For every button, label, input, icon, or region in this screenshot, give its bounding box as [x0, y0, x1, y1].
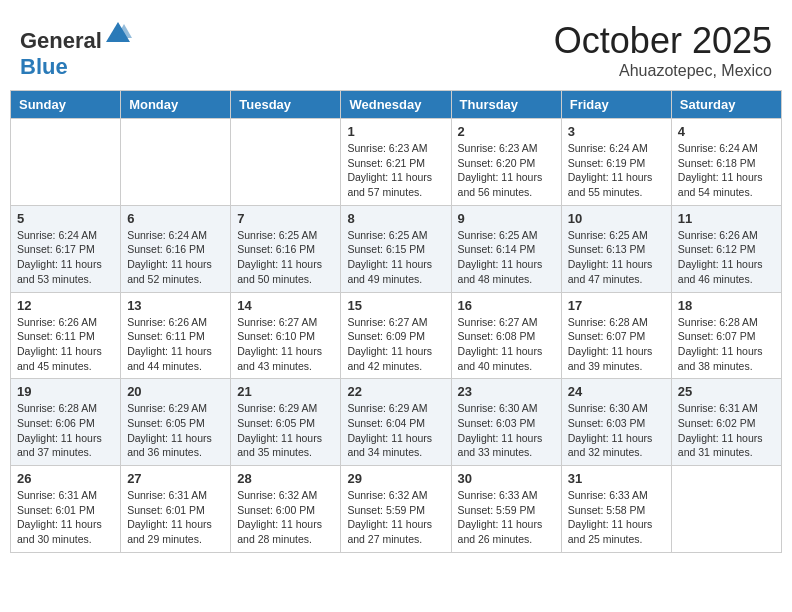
calendar-cell: 14Sunrise: 6:27 AM Sunset: 6:10 PM Dayli… — [231, 292, 341, 379]
day-info: Sunrise: 6:31 AM Sunset: 6:02 PM Dayligh… — [678, 401, 775, 460]
day-number: 8 — [347, 211, 444, 226]
calendar-cell: 7Sunrise: 6:25 AM Sunset: 6:16 PM Daylig… — [231, 205, 341, 292]
calendar-cell: 25Sunrise: 6:31 AM Sunset: 6:02 PM Dayli… — [671, 379, 781, 466]
calendar-cell: 3Sunrise: 6:24 AM Sunset: 6:19 PM Daylig… — [561, 119, 671, 206]
day-info: Sunrise: 6:24 AM Sunset: 6:17 PM Dayligh… — [17, 228, 114, 287]
calendar-cell: 6Sunrise: 6:24 AM Sunset: 6:16 PM Daylig… — [121, 205, 231, 292]
day-number: 11 — [678, 211, 775, 226]
day-number: 25 — [678, 384, 775, 399]
location: Ahuazotepec, Mexico — [554, 62, 772, 80]
day-number: 17 — [568, 298, 665, 313]
day-info: Sunrise: 6:29 AM Sunset: 6:04 PM Dayligh… — [347, 401, 444, 460]
day-number: 1 — [347, 124, 444, 139]
calendar-week-row: 19Sunrise: 6:28 AM Sunset: 6:06 PM Dayli… — [11, 379, 782, 466]
calendar-cell: 11Sunrise: 6:26 AM Sunset: 6:12 PM Dayli… — [671, 205, 781, 292]
day-number: 15 — [347, 298, 444, 313]
day-info: Sunrise: 6:31 AM Sunset: 6:01 PM Dayligh… — [127, 488, 224, 547]
day-number: 9 — [458, 211, 555, 226]
day-number: 10 — [568, 211, 665, 226]
calendar-cell: 8Sunrise: 6:25 AM Sunset: 6:15 PM Daylig… — [341, 205, 451, 292]
day-info: Sunrise: 6:32 AM Sunset: 5:59 PM Dayligh… — [347, 488, 444, 547]
weekday-header: Wednesday — [341, 91, 451, 119]
calendar-cell: 1Sunrise: 6:23 AM Sunset: 6:21 PM Daylig… — [341, 119, 451, 206]
day-number: 19 — [17, 384, 114, 399]
day-info: Sunrise: 6:24 AM Sunset: 6:18 PM Dayligh… — [678, 141, 775, 200]
weekday-header: Thursday — [451, 91, 561, 119]
weekday-header-row: SundayMondayTuesdayWednesdayThursdayFrid… — [11, 91, 782, 119]
day-info: Sunrise: 6:25 AM Sunset: 6:14 PM Dayligh… — [458, 228, 555, 287]
day-number: 5 — [17, 211, 114, 226]
day-number: 2 — [458, 124, 555, 139]
calendar-cell: 27Sunrise: 6:31 AM Sunset: 6:01 PM Dayli… — [121, 466, 231, 553]
title-block: October 2025 Ahuazotepec, Mexico — [554, 20, 772, 80]
day-info: Sunrise: 6:30 AM Sunset: 6:03 PM Dayligh… — [568, 401, 665, 460]
day-info: Sunrise: 6:32 AM Sunset: 6:00 PM Dayligh… — [237, 488, 334, 547]
day-number: 4 — [678, 124, 775, 139]
logo: General Blue — [20, 20, 132, 80]
calendar-cell: 24Sunrise: 6:30 AM Sunset: 6:03 PM Dayli… — [561, 379, 671, 466]
day-number: 22 — [347, 384, 444, 399]
day-info: Sunrise: 6:31 AM Sunset: 6:01 PM Dayligh… — [17, 488, 114, 547]
day-info: Sunrise: 6:27 AM Sunset: 6:09 PM Dayligh… — [347, 315, 444, 374]
calendar-cell: 21Sunrise: 6:29 AM Sunset: 6:05 PM Dayli… — [231, 379, 341, 466]
calendar-cell: 19Sunrise: 6:28 AM Sunset: 6:06 PM Dayli… — [11, 379, 121, 466]
day-number: 7 — [237, 211, 334, 226]
day-info: Sunrise: 6:27 AM Sunset: 6:08 PM Dayligh… — [458, 315, 555, 374]
calendar-week-row: 26Sunrise: 6:31 AM Sunset: 6:01 PM Dayli… — [11, 466, 782, 553]
calendar-cell: 2Sunrise: 6:23 AM Sunset: 6:20 PM Daylig… — [451, 119, 561, 206]
calendar-cell: 16Sunrise: 6:27 AM Sunset: 6:08 PM Dayli… — [451, 292, 561, 379]
day-info: Sunrise: 6:26 AM Sunset: 6:11 PM Dayligh… — [17, 315, 114, 374]
day-number: 20 — [127, 384, 224, 399]
calendar-cell — [671, 466, 781, 553]
logo-icon — [104, 20, 132, 48]
weekday-header: Monday — [121, 91, 231, 119]
day-info: Sunrise: 6:26 AM Sunset: 6:12 PM Dayligh… — [678, 228, 775, 287]
page-header: General Blue October 2025 Ahuazotepec, M… — [10, 10, 782, 85]
day-number: 6 — [127, 211, 224, 226]
calendar-cell: 15Sunrise: 6:27 AM Sunset: 6:09 PM Dayli… — [341, 292, 451, 379]
calendar-cell: 30Sunrise: 6:33 AM Sunset: 5:59 PM Dayli… — [451, 466, 561, 553]
calendar-cell: 12Sunrise: 6:26 AM Sunset: 6:11 PM Dayli… — [11, 292, 121, 379]
day-number: 12 — [17, 298, 114, 313]
day-number: 13 — [127, 298, 224, 313]
month-title: October 2025 — [554, 20, 772, 62]
weekday-header: Tuesday — [231, 91, 341, 119]
day-info: Sunrise: 6:29 AM Sunset: 6:05 PM Dayligh… — [127, 401, 224, 460]
calendar-cell — [121, 119, 231, 206]
calendar-cell: 13Sunrise: 6:26 AM Sunset: 6:11 PM Dayli… — [121, 292, 231, 379]
day-info: Sunrise: 6:27 AM Sunset: 6:10 PM Dayligh… — [237, 315, 334, 374]
calendar-week-row: 12Sunrise: 6:26 AM Sunset: 6:11 PM Dayli… — [11, 292, 782, 379]
day-number: 30 — [458, 471, 555, 486]
day-info: Sunrise: 6:28 AM Sunset: 6:07 PM Dayligh… — [678, 315, 775, 374]
day-number: 21 — [237, 384, 334, 399]
day-number: 18 — [678, 298, 775, 313]
day-info: Sunrise: 6:25 AM Sunset: 6:13 PM Dayligh… — [568, 228, 665, 287]
calendar-cell: 17Sunrise: 6:28 AM Sunset: 6:07 PM Dayli… — [561, 292, 671, 379]
day-number: 26 — [17, 471, 114, 486]
calendar-cell: 31Sunrise: 6:33 AM Sunset: 5:58 PM Dayli… — [561, 466, 671, 553]
day-number: 27 — [127, 471, 224, 486]
day-info: Sunrise: 6:24 AM Sunset: 6:19 PM Dayligh… — [568, 141, 665, 200]
calendar-cell: 20Sunrise: 6:29 AM Sunset: 6:05 PM Dayli… — [121, 379, 231, 466]
day-number: 28 — [237, 471, 334, 486]
logo-blue: Blue — [20, 54, 68, 79]
calendar-cell: 23Sunrise: 6:30 AM Sunset: 6:03 PM Dayli… — [451, 379, 561, 466]
day-info: Sunrise: 6:33 AM Sunset: 5:58 PM Dayligh… — [568, 488, 665, 547]
calendar-cell: 4Sunrise: 6:24 AM Sunset: 6:18 PM Daylig… — [671, 119, 781, 206]
logo-text: General Blue — [20, 20, 132, 80]
calendar: SundayMondayTuesdayWednesdayThursdayFrid… — [10, 90, 782, 553]
calendar-cell: 9Sunrise: 6:25 AM Sunset: 6:14 PM Daylig… — [451, 205, 561, 292]
day-number: 16 — [458, 298, 555, 313]
calendar-cell: 5Sunrise: 6:24 AM Sunset: 6:17 PM Daylig… — [11, 205, 121, 292]
day-number: 3 — [568, 124, 665, 139]
day-info: Sunrise: 6:25 AM Sunset: 6:16 PM Dayligh… — [237, 228, 334, 287]
calendar-cell: 22Sunrise: 6:29 AM Sunset: 6:04 PM Dayli… — [341, 379, 451, 466]
day-info: Sunrise: 6:33 AM Sunset: 5:59 PM Dayligh… — [458, 488, 555, 547]
calendar-cell: 18Sunrise: 6:28 AM Sunset: 6:07 PM Dayli… — [671, 292, 781, 379]
calendar-cell: 10Sunrise: 6:25 AM Sunset: 6:13 PM Dayli… — [561, 205, 671, 292]
day-info: Sunrise: 6:25 AM Sunset: 6:15 PM Dayligh… — [347, 228, 444, 287]
day-number: 23 — [458, 384, 555, 399]
calendar-cell — [231, 119, 341, 206]
weekday-header: Friday — [561, 91, 671, 119]
day-info: Sunrise: 6:23 AM Sunset: 6:21 PM Dayligh… — [347, 141, 444, 200]
